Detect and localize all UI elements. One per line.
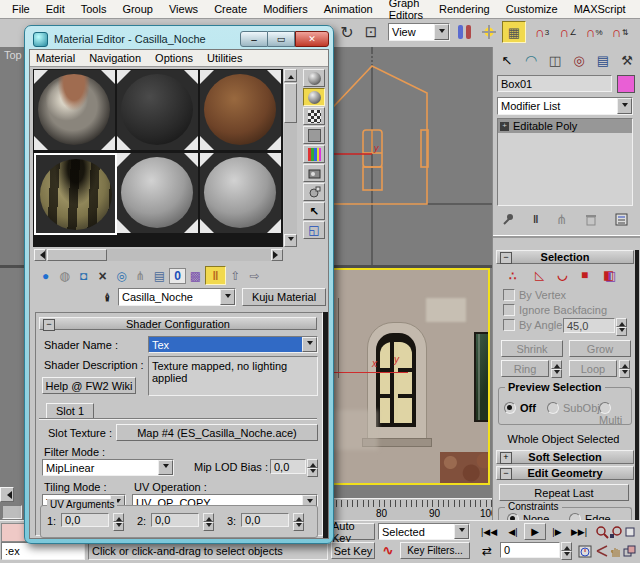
material-slot-1[interactable] xyxy=(34,70,115,150)
polygon-subobject-icon[interactable]: ■ xyxy=(581,268,588,282)
zoom-icon[interactable] xyxy=(595,523,609,540)
rotate-tool-icon[interactable]: ↻ xyxy=(336,22,358,42)
preview-off-radio[interactable]: Off xyxy=(504,402,536,414)
me-titlebar[interactable]: Material Editor - Casilla_Noche – ▭ ✕ xyxy=(29,29,329,49)
field-of-view-icon[interactable] xyxy=(595,542,609,559)
me-scrollbar[interactable] xyxy=(323,312,328,538)
material-id-channel-icon[interactable]: 0 xyxy=(169,268,186,284)
uv-arg2-field[interactable]: 0,0 xyxy=(151,513,199,527)
selection-rollout-header[interactable]: − Selection xyxy=(496,250,634,264)
by-angle-checkbox[interactable] xyxy=(503,319,515,331)
menu-modifiers[interactable]: Modifiers xyxy=(255,3,316,15)
goto-end-icon[interactable]: ▶▶| xyxy=(566,523,592,540)
tab-utilities-icon[interactable]: ⚒ xyxy=(615,49,639,71)
select-by-material-icon[interactable]: ↖ xyxy=(303,202,325,220)
tab-create-icon[interactable]: ↖ xyxy=(495,49,519,71)
options-icon[interactable] xyxy=(303,183,325,201)
dropdown-arrow-icon[interactable] xyxy=(617,98,632,114)
menu-rendering[interactable]: Rendering xyxy=(431,3,498,15)
go-to-parent-icon[interactable]: ⇧ xyxy=(226,267,245,284)
mip-lod-bias-spinner[interactable] xyxy=(307,459,318,474)
select-and-manipulate-icon[interactable] xyxy=(479,22,499,42)
by-vertex-checkbox[interactable] xyxy=(503,289,515,301)
material-map-navigator-icon[interactable]: ◱ xyxy=(303,221,325,239)
zoom-all-icon[interactable] xyxy=(609,523,623,540)
slot-1-tab[interactable]: Slot 1 xyxy=(46,403,94,418)
show-map-in-viewport-icon[interactable]: ▩ xyxy=(186,267,205,284)
material-slot-4-active[interactable] xyxy=(34,153,117,235)
mip-lod-bias-field[interactable]: 0,0 xyxy=(270,459,306,474)
tab-display-icon[interactable]: ▤ xyxy=(591,49,615,71)
collapse-icon[interactable]: − xyxy=(500,468,512,480)
scroll-right-arrow[interactable] xyxy=(271,249,283,261)
goto-start-icon[interactable]: |◀◀ xyxy=(476,523,502,540)
dropdown-arrow-icon[interactable] xyxy=(158,460,173,475)
scroll-down-arrow[interactable] xyxy=(284,234,297,247)
menu-maxscript[interactable]: MAXScript xyxy=(566,3,634,15)
time-slider-fragment[interactable] xyxy=(2,505,22,519)
play-button[interactable]: ▶ xyxy=(524,523,546,540)
auto-key-button[interactable]: Auto Key xyxy=(331,523,375,540)
object-name-field[interactable]: Box01 xyxy=(497,75,612,92)
remove-modifier-icon[interactable] xyxy=(585,213,597,226)
scroll-left-button[interactable] xyxy=(0,487,14,502)
frame-spinner[interactable] xyxy=(561,542,572,558)
menu-create[interactable]: Create xyxy=(206,3,255,15)
menu-graph-editors[interactable]: Graph Editors xyxy=(381,0,431,21)
shrink-button[interactable]: Shrink xyxy=(501,340,563,357)
maximize-button[interactable]: ▭ xyxy=(268,31,295,47)
filter-mode-dropdown[interactable]: MipLinear xyxy=(42,459,174,476)
border-subobject-icon[interactable]: ◡ xyxy=(557,268,567,282)
edge-subobject-icon[interactable]: ◺ xyxy=(535,268,544,282)
put-material-to-scene-icon[interactable]: ◍ xyxy=(55,267,74,284)
maxscript-mini-listener[interactable]: :ex xyxy=(1,542,85,560)
tab-motion-icon[interactable]: ◎ xyxy=(567,49,591,71)
modifier-list-dropdown[interactable]: Modifier List xyxy=(497,97,633,115)
by-angle-spinner[interactable] xyxy=(616,318,627,333)
dropdown-arrow-icon[interactable] xyxy=(434,24,449,40)
me-menu-material[interactable]: Material xyxy=(36,52,75,64)
pin-stack-icon[interactable] xyxy=(501,212,515,226)
video-color-check-icon[interactable] xyxy=(303,145,325,163)
ignore-backfacing-row[interactable]: Ignore Backfacing xyxy=(503,304,607,316)
by-angle-field[interactable]: 45,0 xyxy=(563,318,615,333)
menu-edit[interactable]: Edit xyxy=(38,3,73,15)
material-slot-6[interactable] xyxy=(200,153,281,233)
set-key-button[interactable]: Set Key xyxy=(331,542,375,559)
soft-selection-rollout-header[interactable]: + Soft Selection xyxy=(496,450,634,464)
previous-frame-icon[interactable]: ◀| xyxy=(504,523,522,540)
perspective-viewport[interactable]: x y xyxy=(322,268,490,485)
preview-subobj-radio[interactable]: SubObj xyxy=(547,402,600,414)
expand-stack-icon[interactable]: + xyxy=(500,122,509,131)
snaps-toggle-icon[interactable]: ∩3 xyxy=(530,21,554,43)
collapse-icon[interactable]: − xyxy=(500,252,512,264)
zoom-extents-icon[interactable] xyxy=(623,523,637,540)
expand-icon[interactable]: + xyxy=(500,452,512,464)
show-end-result-icon[interactable]: ‖ xyxy=(205,266,226,285)
percent-snap-icon[interactable]: ∩% xyxy=(582,21,606,43)
sample-type-icon[interactable] xyxy=(303,69,325,87)
uv-arg1-field[interactable]: 0,0 xyxy=(61,513,109,527)
key-filters-button[interactable]: Key Filters... xyxy=(400,542,470,559)
material-slot-3[interactable] xyxy=(200,70,281,150)
current-frame-field[interactable]: 0 xyxy=(500,542,560,558)
ignore-backfacing-checkbox[interactable] xyxy=(503,304,515,316)
spinner-snap-icon[interactable]: ∩⇅ xyxy=(608,21,632,43)
menu-file[interactable]: File xyxy=(4,3,38,15)
reference-coordinate-dropdown[interactable]: View xyxy=(388,23,450,41)
scale-tool-icon[interactable]: ⊡ xyxy=(360,22,382,42)
repeat-last-button[interactable]: Repeat Last xyxy=(499,484,629,501)
keyboard-override-toggle-icon[interactable]: ▦ xyxy=(502,21,526,43)
angle-snap-icon[interactable]: ∩∠ xyxy=(556,21,580,43)
pan-hand-icon[interactable] xyxy=(609,542,623,559)
help-fw2-wiki-button[interactable]: Help @ FW2 Wiki xyxy=(42,377,136,394)
backlight-icon[interactable] xyxy=(303,88,325,106)
configure-modifier-sets-icon[interactable] xyxy=(615,213,629,226)
material-slot-5[interactable] xyxy=(117,153,198,233)
menu-views[interactable]: Views xyxy=(161,3,206,15)
loop-button[interactable]: Loop xyxy=(569,360,617,377)
uv-arg3-spinner[interactable] xyxy=(293,513,304,527)
get-material-icon[interactable]: ● xyxy=(36,267,55,284)
zoom-extents-all-icon[interactable] xyxy=(623,542,637,559)
collapse-icon[interactable]: − xyxy=(43,319,55,331)
